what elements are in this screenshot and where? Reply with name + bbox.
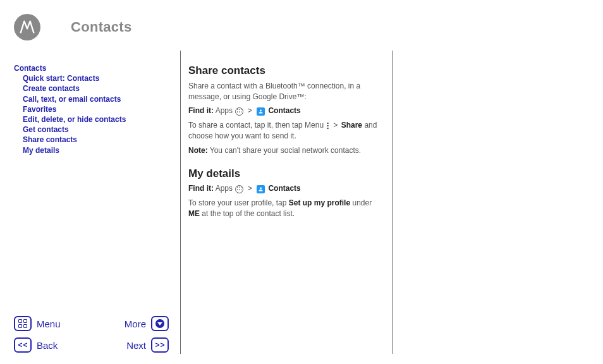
toc-link-get[interactable]: Get contacts [14,124,169,135]
toc-link-call[interactable]: Call, text, or email contacts [14,94,169,104]
share-note: Note: You can't share your social networ… [188,145,384,156]
mydetails-findit: Find it: Apps > Contacts [188,183,384,194]
section-heading-share: Share contacts [188,63,384,78]
column-divider-2 [392,51,393,354]
share-intro: Share a contact with a Bluetooth™ connec… [188,81,384,102]
back-button[interactable]: << Back [14,337,61,353]
main-content: Share contacts Share a contact with a Bl… [188,63,384,223]
mydetails-body: To store your user profile, tap Set up m… [188,198,384,219]
menu-button[interactable]: Menu [14,316,61,331]
toc-link-contacts[interactable]: Contacts [14,63,169,73]
findit-apps: Apps [216,106,233,115]
more-label: More [125,318,146,329]
toc-link-share[interactable]: Share contacts [14,135,169,145]
menu-label: Menu [37,318,61,329]
page-title: Contacts [71,19,132,35]
share-body: To share a contact, tap it, then tap Men… [188,120,384,142]
findit-label: Find it: [188,106,214,115]
back-icon: << [14,337,32,353]
apps-icon [235,185,243,193]
next-label: Next [126,340,146,351]
table-of-contents: Contacts Quick start: Contacts Create co… [14,63,169,155]
next-icon: >> [151,337,169,353]
column-divider-1 [180,51,181,354]
section-heading-mydetails: My details [188,166,384,181]
motorola-logo [14,14,40,40]
contacts-app-icon [257,185,265,193]
toc-link-favorites[interactable]: Favorites [14,104,169,114]
breadcrumb-separator: > [248,106,252,115]
more-icon [151,316,169,331]
findit-apps: Apps [216,184,233,193]
next-button[interactable]: Next >> [125,337,169,353]
more-button[interactable]: More [125,316,169,331]
toc-link-edit[interactable]: Edit, delete, or hide contacts [14,114,169,124]
findit-contacts: Contacts [268,184,300,193]
back-label: Back [37,340,58,351]
menu-icon [14,316,32,331]
share-findit: Find it: Apps > Contacts [188,106,384,116]
breadcrumb-separator: > [248,184,252,193]
apps-icon [235,107,243,116]
contacts-app-icon [257,107,265,116]
menu-overflow-icon [327,123,329,130]
findit-label: Find it: [188,184,214,193]
toc-link-quickstart[interactable]: Quick start: Contacts [14,73,169,83]
findit-contacts: Contacts [268,106,300,115]
toc-link-create[interactable]: Create contacts [14,83,169,94]
toc-link-mydetails[interactable]: My details [14,145,169,155]
